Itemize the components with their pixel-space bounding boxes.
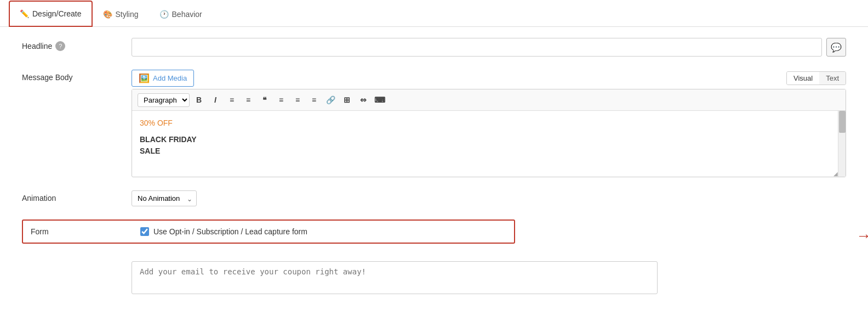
tab-styling[interactable]: 🎨 Styling xyxy=(93,2,149,26)
add-media-label: Add Media xyxy=(153,74,187,82)
table-button[interactable]: ⊞ xyxy=(340,93,354,107)
emoji-button[interactable]: 💬 xyxy=(826,38,846,57)
form-section-wrapper: Form Use Opt-in / Subscription / Lead ca… xyxy=(22,220,846,252)
tab-behavior[interactable]: 🕐 Behavior xyxy=(149,2,213,26)
ul-button[interactable]: ≡ xyxy=(225,93,239,107)
tab-styling-label: Styling xyxy=(116,10,139,19)
align-right-button[interactable]: ≡ xyxy=(307,93,321,107)
fullscreen-button[interactable]: ⇔ xyxy=(356,93,370,107)
align-left-button[interactable]: ≡ xyxy=(274,93,288,107)
quote-button[interactable]: ❝ xyxy=(258,93,272,107)
animation-label: Animation xyxy=(22,190,132,202)
behavior-icon: 🕐 xyxy=(159,10,169,19)
message-body-row: Message Body 🖼️ Add Media Visual Text xyxy=(22,70,846,177)
link-button[interactable]: 🔗 xyxy=(323,93,338,107)
visual-text-toggle: Visual Text xyxy=(786,71,846,85)
editor-area: Paragraph B I ≡ ≡ ❝ ≡ ≡ ≡ 🔗 ⊞ ⇔ ⌨ xyxy=(132,89,846,177)
editor-content[interactable]: 30% OFF BLACK FRIDAY SALE xyxy=(132,111,846,177)
opt-in-label[interactable]: Use Opt-in / Subscription / Lead capture… xyxy=(153,227,307,236)
editor-content-wrapper: 30% OFF BLACK FRIDAY SALE xyxy=(132,111,846,177)
headline-row: Headline ? 💬 xyxy=(22,38,846,57)
arrow-icon: → xyxy=(856,227,868,245)
emoji-icon: 💬 xyxy=(831,42,842,53)
animation-wrapper: No Animation Fade Slide Bounce xyxy=(132,190,197,206)
opt-in-checkbox[interactable] xyxy=(140,227,149,236)
tab-design[interactable]: ✏️ Design/Create xyxy=(9,1,93,27)
add-media-icon: 🖼️ xyxy=(139,73,150,83)
align-center-button[interactable]: ≡ xyxy=(290,93,305,107)
email-placeholder-control xyxy=(132,261,658,296)
design-icon: ✏️ xyxy=(20,9,29,18)
headline-label: Headline ? xyxy=(22,38,132,51)
headline-input-row: 💬 xyxy=(132,38,846,57)
italic-button[interactable]: I xyxy=(208,93,222,107)
page-container: ✏️ Design/Create 🎨 Styling 🕐 Behavior He… xyxy=(0,0,868,332)
tab-design-label: Design/Create xyxy=(32,9,82,18)
main-text: BLACK FRIDAY SALE xyxy=(140,134,838,157)
text-button[interactable]: Text xyxy=(819,72,846,85)
styling-icon: 🎨 xyxy=(103,10,112,19)
editor-toolbar: Paragraph B I ≡ ≡ ❝ ≡ ≡ ≡ 🔗 ⊞ ⇔ ⌨ xyxy=(132,89,846,111)
headline-input[interactable] xyxy=(132,38,822,57)
tabs-bar: ✏️ Design/Create 🎨 Styling 🕐 Behavior xyxy=(0,0,868,27)
help-icon[interactable]: ? xyxy=(55,41,65,51)
email-placeholder-row xyxy=(22,261,846,296)
form-control: Use Opt-in / Subscription / Lead capture… xyxy=(140,227,506,236)
animation-control: No Animation Fade Slide Bounce xyxy=(132,190,846,206)
bold-button[interactable]: B xyxy=(192,93,206,107)
keyboard-button[interactable]: ⌨ xyxy=(373,93,387,107)
message-body-control: 🖼️ Add Media Visual Text Paragraph xyxy=(132,70,846,177)
message-body-label: Message Body xyxy=(22,70,132,82)
checkbox-row: Use Opt-in / Subscription / Lead capture… xyxy=(140,227,506,236)
headline-control: 💬 xyxy=(132,38,846,57)
form-area: Headline ? 💬 Message Body xyxy=(0,27,868,320)
animation-select[interactable]: No Animation Fade Slide Bounce xyxy=(132,190,197,206)
email-placeholder-input[interactable] xyxy=(132,261,658,294)
animation-row: Animation No Animation Fade Slide Bounce xyxy=(22,190,846,206)
form-highlighted-row: Form Use Opt-in / Subscription / Lead ca… xyxy=(22,220,515,244)
ol-button[interactable]: ≡ xyxy=(241,93,255,107)
form-label: Form xyxy=(31,227,140,236)
add-media-button[interactable]: 🖼️ Add Media xyxy=(132,70,194,87)
step-annotation: → Step 2 xyxy=(856,227,868,245)
paragraph-select[interactable]: Paragraph xyxy=(138,93,190,107)
resize-handle[interactable]: ◢ xyxy=(833,171,838,177)
visual-button[interactable]: Visual xyxy=(787,72,819,85)
tab-behavior-label: Behavior xyxy=(172,10,202,19)
scrollbar-track xyxy=(838,111,846,177)
email-spacer xyxy=(22,261,132,265)
sale-text: 30% OFF xyxy=(140,119,838,127)
scrollbar-thumb[interactable] xyxy=(839,111,846,133)
